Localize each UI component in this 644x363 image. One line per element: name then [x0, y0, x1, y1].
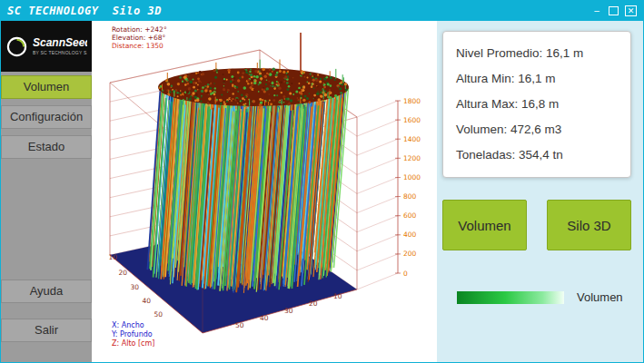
svg-text:600: 600 [403, 211, 417, 220]
svg-text:40: 40 [260, 314, 269, 322]
svg-text:50: 50 [235, 321, 244, 329]
svg-text:40: 40 [142, 297, 151, 305]
stat-toneladas: Toneladas: 354,4 tn [456, 142, 618, 168]
legend-row: Volumen [442, 290, 631, 304]
volumen-button[interactable]: Volumen [442, 200, 527, 250]
stat-altura-min: Altura Min: 16,1 m [456, 66, 618, 92]
svg-text:10: 10 [108, 253, 117, 261]
svg-text:Rotation: +242°: Rotation: +242° [112, 25, 167, 34]
svg-text:800: 800 [403, 192, 417, 201]
svg-text:1200: 1200 [403, 154, 421, 162]
legend-label: Volumen [577, 290, 623, 304]
sidebar-item-salir[interactable]: Salir [1, 319, 92, 342]
sidebar-item-ayuda[interactable]: Ayuda [1, 280, 92, 303]
volume-gradient-bar [457, 291, 564, 304]
svg-text:Z: Alto [cm]: Z: Alto [cm] [112, 339, 154, 348]
sidebar: ScannSeed BY SC TECHNOLOGY S.A.S Volumen… [1, 21, 92, 363]
window-controls: – ✕ [591, 5, 637, 16]
app-body: ScannSeed BY SC TECHNOLOGY S.A.S Volumen… [1, 21, 643, 363]
svg-text:0: 0 [403, 270, 408, 278]
svg-text:20: 20 [118, 269, 127, 277]
sidebar-item-configuracion[interactable]: Configuración [1, 105, 92, 129]
silo-3d-button[interactable]: Silo 3D [547, 200, 631, 250]
svg-text:1000: 1000 [403, 173, 421, 182]
close-icon[interactable]: ✕ [625, 5, 637, 16]
sidebar-item-volumen[interactable]: Volumen [1, 75, 92, 99]
maximize-icon[interactable] [609, 6, 619, 15]
svg-text:30: 30 [284, 307, 293, 315]
sidebar-menu: Volumen Configuración Estado [1, 75, 92, 159]
stat-volumen: Volumen: 472,6 m3 [456, 117, 618, 142]
svg-text:X: Ancho: X: Ancho [112, 321, 144, 329]
logo-name: ScannSeed [33, 37, 87, 49]
scannseed-logo: ScannSeed BY SC TECHNOLOGY S.A.S [1, 21, 92, 72]
sidebar-bottom-menu: Ayuda Salir [1, 280, 92, 342]
svg-text:1600: 1600 [403, 116, 421, 124]
stat-nivel-promedio: Nivel Promedio: 16,1 m [456, 41, 618, 66]
sidebar-spacer [1, 159, 92, 276]
stat-altura-max: Altura Max: 16,8 m [456, 92, 618, 117]
window-title: SC TECHNOLOGY Silo 3D [7, 5, 162, 17]
svg-text:Distance: 1350: Distance: 1350 [112, 42, 163, 50]
titlebar[interactable]: SC TECHNOLOGY Silo 3D – ✕ [1, 1, 643, 21]
svg-text:400: 400 [403, 231, 417, 239]
svg-text:1400: 1400 [403, 135, 421, 143]
svg-text:Elevation: +68°: Elevation: +68° [112, 34, 166, 42]
minimize-icon[interactable]: – [591, 5, 602, 16]
logo-text: ScannSeed BY SC TECHNOLOGY S.A.S [33, 37, 87, 55]
scannseed-logo-icon [5, 35, 28, 58]
sidebar-item-estado[interactable]: Estado [1, 135, 92, 159]
svg-text:30: 30 [130, 283, 139, 291]
svg-text:200: 200 [403, 250, 417, 258]
silo-3d-chart[interactable]: 0200400600800100012001400160018001020304… [92, 21, 437, 363]
action-row: Volumen Silo 3D [442, 200, 631, 250]
svg-text:50: 50 [154, 310, 163, 319]
logo-tagline: BY SC TECHNOLOGY S.A.S [33, 50, 87, 55]
svg-text:1800: 1800 [403, 97, 421, 105]
svg-text:10: 10 [333, 292, 342, 300]
svg-text:Y: Profundo: Y: Profundo [111, 330, 153, 338]
app-window: SC TECHNOLOGY Silo 3D – ✕ ScannSeed BY S… [0, 0, 644, 363]
stats-card: Nivel Promedio: 16,1 m Altura Min: 16,1 … [442, 31, 631, 178]
silo-3d-plot: 0200400600800100012001400160018001020304… [92, 21, 437, 363]
right-panel: Nivel Promedio: 16,1 m Altura Min: 16,1 … [437, 21, 643, 363]
svg-text:20: 20 [309, 299, 318, 308]
